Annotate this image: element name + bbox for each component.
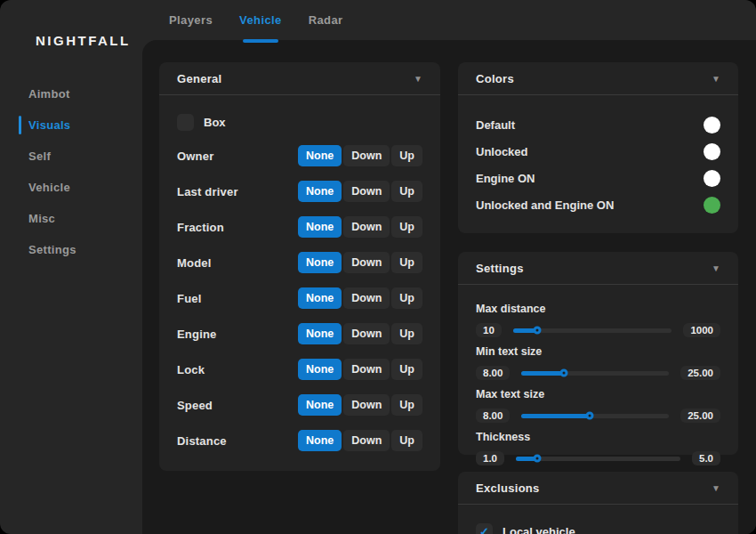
down-button[interactable]: Down bbox=[343, 287, 390, 309]
sidebar-item-self[interactable]: Self bbox=[0, 141, 142, 172]
up-button[interactable]: Up bbox=[391, 181, 422, 202]
color-row-engine-on: Engine ON bbox=[458, 165, 738, 191]
color-label: Default bbox=[476, 118, 515, 132]
sidebar-item-vehicle[interactable]: Vehicle bbox=[0, 172, 142, 203]
sidebar-nav: Aimbot Visuals Self Vehicle Misc Setting… bbox=[0, 78, 142, 265]
down-button[interactable]: Down bbox=[343, 323, 390, 344]
general-panel: General ▼ ✓ Box Owner None Down Up bbox=[159, 62, 440, 471]
slider-label: Min text size bbox=[476, 345, 720, 360]
slider-groups: Max distance 10 1000 Min text size 8.00 bbox=[458, 285, 738, 468]
box-checkbox[interactable]: ✓ bbox=[177, 114, 194, 131]
down-button[interactable]: Down bbox=[343, 394, 390, 416]
slider-max-value: 5.0 bbox=[692, 451, 720, 465]
top-tabbar: Players Vehicle Radar bbox=[142, 0, 357, 40]
color-row-default: Default bbox=[458, 111, 738, 138]
none-button[interactable]: None bbox=[298, 252, 342, 273]
slider-thumb[interactable] bbox=[533, 327, 541, 335]
up-button[interactable]: Up bbox=[391, 287, 422, 309]
slider-thumb[interactable] bbox=[534, 455, 542, 463]
slider-fill bbox=[521, 414, 589, 418]
down-button[interactable]: Down bbox=[343, 145, 390, 166]
up-button[interactable]: Up bbox=[391, 430, 422, 451]
color-swatch[interactable] bbox=[704, 143, 720, 160]
chevron-down-icon[interactable]: ▼ bbox=[712, 263, 720, 273]
exclusions-panel: Exclusions ▼ ✓ Local vehicle bbox=[458, 472, 738, 534]
option-rows: Owner None Down Up Last driver None Down… bbox=[159, 138, 440, 458]
option-row-lock: Lock None Down Up bbox=[159, 352, 440, 387]
up-button[interactable]: Up bbox=[391, 323, 422, 344]
up-button[interactable]: Up bbox=[391, 252, 422, 273]
local-vehicle-checkbox[interactable]: ✓ bbox=[476, 523, 493, 534]
up-button[interactable]: Up bbox=[391, 394, 422, 416]
chevron-down-icon[interactable]: ▼ bbox=[712, 74, 720, 84]
panel-title: Exclusions bbox=[476, 481, 540, 495]
app-window: NIGHTFALL Aimbot Visuals Self Vehicle Mi… bbox=[0, 0, 756, 534]
up-button[interactable]: Up bbox=[391, 145, 422, 166]
chevron-down-icon[interactable]: ▼ bbox=[712, 483, 720, 493]
color-label: Unlocked and Engine ON bbox=[476, 198, 614, 212]
none-button[interactable]: None bbox=[298, 323, 342, 344]
slider-row: 1.0 5.0 bbox=[476, 449, 720, 468]
slider-group-thickness: Thickness 1.0 5.0 bbox=[476, 431, 720, 468]
tab-radar[interactable]: Radar bbox=[295, 0, 357, 40]
option-row-model: Model None Down Up bbox=[159, 245, 440, 280]
none-button[interactable]: None bbox=[298, 359, 342, 380]
slider-row: 8.00 25.00 bbox=[476, 406, 720, 425]
slider-max-value: 1000 bbox=[683, 323, 720, 337]
up-button[interactable]: Up bbox=[391, 216, 422, 238]
slider-track[interactable] bbox=[513, 328, 672, 333]
panel-title: Colors bbox=[476, 72, 514, 85]
sidebar-item-settings[interactable]: Settings bbox=[0, 234, 142, 265]
panel-title: General bbox=[177, 72, 222, 85]
sidebar-item-label: Visuals bbox=[28, 118, 70, 132]
down-button[interactable]: Down bbox=[343, 216, 390, 238]
check-icon: ✓ bbox=[479, 525, 489, 534]
slider-track[interactable] bbox=[521, 371, 669, 376]
color-swatch[interactable] bbox=[704, 197, 720, 214]
segmented-control: None Down Up bbox=[298, 394, 422, 416]
tab-players[interactable]: Players bbox=[156, 0, 226, 40]
panel-title: Settings bbox=[476, 262, 524, 275]
color-swatch[interactable] bbox=[704, 117, 720, 134]
chevron-down-icon[interactable]: ▼ bbox=[414, 74, 422, 84]
tab-label: Vehicle bbox=[239, 13, 282, 27]
option-label: Owner bbox=[177, 150, 213, 163]
color-row-unlocked-engine-on: Unlocked and Engine ON bbox=[458, 191, 738, 218]
option-label: Fraction bbox=[177, 221, 224, 234]
slider-track[interactable] bbox=[516, 457, 680, 461]
slider-label: Max distance bbox=[476, 303, 720, 317]
slider-min-value: 1.0 bbox=[476, 451, 504, 465]
down-button[interactable]: Down bbox=[343, 359, 390, 380]
up-button[interactable]: Up bbox=[391, 359, 422, 380]
slider-thumb[interactable] bbox=[560, 369, 568, 377]
tab-vehicle[interactable]: Vehicle bbox=[226, 0, 295, 40]
option-label: Engine bbox=[177, 328, 217, 341]
none-button[interactable]: None bbox=[298, 216, 342, 238]
colors-panel-header: Colors ▼ bbox=[458, 62, 738, 95]
slider-min-value: 8.00 bbox=[476, 409, 510, 423]
settings-panel: Settings ▼ Max distance 10 1000 bbox=[458, 252, 738, 455]
slider-thumb[interactable] bbox=[585, 412, 593, 420]
brand-logo: NIGHTFALL bbox=[36, 33, 131, 48]
none-button[interactable]: None bbox=[298, 181, 342, 202]
sidebar-item-label: Self bbox=[28, 150, 51, 163]
slider-track[interactable] bbox=[521, 414, 669, 418]
slider-min-value: 8.00 bbox=[476, 366, 510, 380]
color-swatch[interactable] bbox=[704, 170, 720, 187]
down-button[interactable]: Down bbox=[343, 181, 390, 202]
none-button[interactable]: None bbox=[298, 145, 342, 166]
slider-min-value: 10 bbox=[476, 323, 502, 337]
segmented-control: None Down Up bbox=[298, 323, 422, 344]
down-button[interactable]: Down bbox=[343, 430, 390, 451]
slider-row: 10 1000 bbox=[476, 320, 720, 340]
sidebar-item-visuals[interactable]: Visuals bbox=[0, 109, 142, 141]
option-row-distance: Distance None Down Up bbox=[159, 423, 440, 458]
none-button[interactable]: None bbox=[298, 394, 342, 416]
sidebar-item-misc[interactable]: Misc bbox=[0, 203, 142, 234]
color-rows: Default Unlocked Engine ON Unlocked and … bbox=[458, 111, 738, 218]
none-button[interactable]: None bbox=[298, 287, 342, 309]
sidebar-item-aimbot[interactable]: Aimbot bbox=[0, 78, 142, 109]
none-button[interactable]: None bbox=[298, 430, 342, 451]
color-row-unlocked: Unlocked bbox=[458, 138, 738, 165]
down-button[interactable]: Down bbox=[343, 252, 390, 273]
